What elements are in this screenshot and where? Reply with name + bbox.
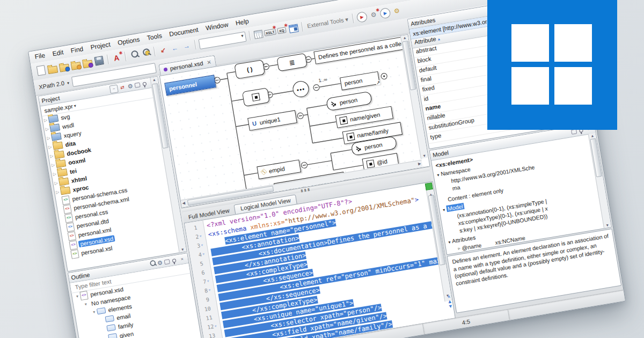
tree-spacer	[101, 328, 107, 329]
sync-selection-icons[interactable]: ✕▲▼	[447, 294, 452, 309]
windows-logo-square	[511, 24, 549, 62]
open-project-icon[interactable]	[81, 56, 93, 69]
element-icon	[105, 315, 115, 322]
open-url-icon[interactable]	[58, 61, 70, 73]
menu-window[interactable]: Window	[205, 21, 229, 32]
sort-asc-icon: ▴	[437, 36, 440, 42]
last-edit-location-icon[interactable]: ↙	[157, 44, 170, 56]
float-icon[interactable]	[134, 82, 140, 88]
find-in-files-icon[interactable]	[140, 47, 152, 59]
tree-expanded-icon: ▾	[443, 208, 445, 213]
file-type-icon: <>	[64, 213, 73, 223]
close-icon[interactable]: ×	[178, 255, 186, 263]
grid-view-icon[interactable]	[252, 28, 265, 40]
menu-help[interactable]: Help	[235, 17, 250, 27]
chevron-down-icon: ▾	[74, 103, 76, 108]
forward-icon[interactable]: →	[180, 40, 193, 53]
badge-dot-icon	[145, 50, 150, 56]
preview-window-icon[interactable]	[287, 22, 299, 34]
windows-logo-tile	[487, 0, 617, 130]
project-folder-label: tei	[68, 167, 78, 175]
settings-gear-icon[interactable]: ⚙	[156, 259, 164, 267]
project-folder-label: svg	[59, 113, 71, 121]
menu-options[interactable]: Options	[117, 35, 140, 47]
element-icon	[108, 333, 118, 338]
new-document-icon[interactable]	[35, 64, 47, 77]
windows-logo-square	[554, 67, 592, 105]
run-tool-icon[interactable]: ▶	[356, 11, 368, 23]
star-badge-icon: ∗	[118, 50, 123, 56]
menu-edit[interactable]: Edit	[52, 48, 64, 57]
search-icon[interactable]	[128, 49, 140, 61]
file-type-icon: <>	[69, 240, 77, 249]
app-window-icon	[288, 24, 298, 33]
toolbar-separator	[248, 31, 251, 40]
xquery-debugger-icon[interactable]: XQ∗	[275, 24, 288, 36]
tree-expanded-icon[interactable]: ▾	[83, 302, 89, 307]
tree-expanded-icon: ▾	[448, 240, 451, 245]
tree-spacer	[61, 227, 67, 229]
folder-icon	[55, 159, 66, 168]
settings-gear-icon[interactable]: ⚙	[126, 82, 134, 90]
field-icon	[339, 116, 348, 125]
grid-icon	[253, 30, 263, 39]
folder-icon	[57, 168, 68, 177]
save-icon[interactable]	[93, 55, 105, 67]
windows-logo-square	[511, 67, 549, 105]
element-icon	[97, 307, 106, 314]
configure-tools-icon[interactable]: ⚙∗	[368, 9, 380, 21]
search-icon[interactable]	[148, 260, 156, 268]
folder-icon	[51, 133, 62, 141]
spell-check-icon[interactable]: A∗	[111, 52, 123, 64]
xslt-debugger-icon[interactable]: XSLT∗	[264, 26, 276, 39]
folder-icon	[49, 123, 60, 132]
document-icon	[36, 65, 46, 76]
xpath-combo[interactable]: XPath 2.0 ▾	[38, 79, 70, 90]
preferences-gear-icon[interactable]: ⚙	[391, 5, 403, 17]
tree-spacer	[56, 201, 62, 202]
menu-tools[interactable]: Tools	[147, 32, 163, 41]
menu-file[interactable]: File	[34, 52, 46, 61]
annotation-icon: ( )	[246, 65, 253, 73]
model-panel-title-label: Model	[432, 149, 449, 158]
back-icon[interactable]: ←	[169, 42, 181, 54]
open-document-icon[interactable]	[46, 62, 58, 75]
pin-icon[interactable]	[141, 79, 149, 87]
folder-icon	[60, 187, 71, 195]
toolbar-label: External Tools ▾	[306, 16, 349, 30]
tree-spacer	[62, 237, 68, 238]
toolbar-separator	[125, 52, 127, 61]
unique-icon: U	[252, 120, 257, 127]
canvas: FileEditFindProjectOptionsToolsDocumentW…	[0, 0, 644, 338]
float-icon[interactable]	[164, 259, 170, 265]
glyph: ←	[171, 44, 179, 53]
svg-text:1..∞: 1..∞	[318, 77, 328, 84]
modified-dot-icon	[163, 67, 167, 71]
element-icon	[106, 324, 116, 331]
key-icon: ⚿	[259, 167, 268, 176]
tree-spacer	[59, 218, 65, 219]
tree-spacer	[64, 246, 70, 247]
magnifier-icon	[131, 50, 139, 58]
refresh-icon[interactable]: ⇄	[118, 83, 126, 91]
open-recent-icon[interactable]	[70, 58, 82, 71]
play-circle-icon: ▶	[356, 11, 368, 23]
documentation-icon: ≣	[288, 58, 295, 67]
outline-panel-title-label: Outline	[71, 271, 90, 281]
debug-tool-icon[interactable]: ▶	[379, 7, 391, 19]
menu-find[interactable]: Find	[70, 45, 84, 55]
menu-project[interactable]: Project	[90, 41, 111, 52]
field-icon	[366, 159, 375, 168]
code-token: >	[414, 196, 419, 204]
close-tab-icon[interactable]: ✕	[206, 58, 211, 65]
file-type-icon: <>	[61, 195, 70, 205]
collapse-all-icon[interactable]: −	[109, 84, 119, 93]
folder-icon	[47, 65, 58, 74]
badge-dot-icon	[88, 62, 93, 68]
outline-item-label: given	[118, 330, 135, 338]
folder-icon	[48, 115, 58, 123]
glyph: →	[182, 42, 190, 50]
glyph: ↙	[160, 46, 166, 54]
pin-icon[interactable]	[170, 256, 178, 264]
tree-spacer	[65, 254, 71, 255]
